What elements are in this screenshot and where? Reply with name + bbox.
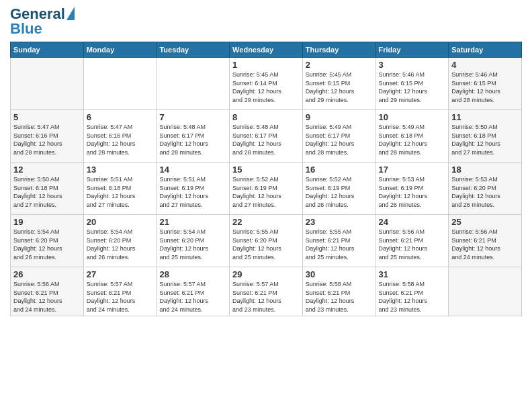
day-info: Sunrise: 5:55 AMSunset: 6:20 PMDaylight:… [232, 228, 300, 261]
calendar-cell: 5Sunrise: 5:47 AMSunset: 6:16 PMDaylight… [11, 110, 84, 163]
calendar-cell: 22Sunrise: 5:55 AMSunset: 6:20 PMDayligh… [230, 215, 303, 267]
day-info: Sunrise: 5:58 AMSunset: 6:21 PMDaylight:… [379, 280, 446, 314]
calendar-cell [157, 58, 230, 110]
day-number: 17 [379, 165, 446, 175]
week-row-4: 26Sunrise: 5:56 AMSunset: 6:21 PMDayligh… [11, 267, 522, 316]
day-info: Sunrise: 5:53 AMSunset: 6:19 PMDaylight:… [379, 175, 446, 209]
header-day-saturday: Saturday [449, 42, 522, 58]
day-info: Sunrise: 5:54 AMSunset: 6:20 PMDaylight:… [87, 228, 154, 261]
calendar-cell: 30Sunrise: 5:58 AMSunset: 6:21 PMDayligh… [302, 267, 375, 316]
header-day-wednesday: Wednesday [230, 42, 303, 58]
header-day-tuesday: Tuesday [157, 42, 230, 58]
day-number: 4 [451, 60, 519, 70]
day-info: Sunrise: 5:47 AMSunset: 6:16 PMDaylight:… [13, 123, 81, 156]
day-info: Sunrise: 5:56 AMSunset: 6:21 PMDaylight:… [13, 280, 81, 314]
day-info: Sunrise: 5:55 AMSunset: 6:21 PMDaylight:… [306, 228, 373, 261]
day-number: 15 [232, 165, 300, 175]
calendar-cell: 13Sunrise: 5:51 AMSunset: 6:18 PMDayligh… [83, 163, 157, 215]
calendar-cell: 17Sunrise: 5:53 AMSunset: 6:19 PMDayligh… [375, 163, 449, 215]
calendar-cell: 18Sunrise: 5:53 AMSunset: 6:20 PMDayligh… [449, 163, 522, 215]
calendar-cell: 25Sunrise: 5:56 AMSunset: 6:21 PMDayligh… [449, 215, 522, 267]
calendar-cell: 16Sunrise: 5:52 AMSunset: 6:19 PMDayligh… [302, 163, 375, 215]
calendar-cell: 12Sunrise: 5:50 AMSunset: 6:18 PMDayligh… [11, 163, 84, 215]
calendar-cell: 10Sunrise: 5:49 AMSunset: 6:18 PMDayligh… [375, 110, 449, 163]
day-info: Sunrise: 5:49 AMSunset: 6:18 PMDaylight:… [379, 123, 446, 156]
calendar-cell: 3Sunrise: 5:46 AMSunset: 6:15 PMDaylight… [375, 58, 449, 110]
calendar-cell [11, 58, 84, 110]
day-number: 16 [306, 165, 373, 175]
day-info: Sunrise: 5:57 AMSunset: 6:21 PMDaylight:… [87, 280, 154, 314]
calendar-cell: 26Sunrise: 5:56 AMSunset: 6:21 PMDayligh… [11, 267, 84, 316]
day-number: 5 [13, 112, 81, 122]
day-info: Sunrise: 5:57 AMSunset: 6:21 PMDaylight:… [159, 280, 226, 314]
day-number: 18 [451, 165, 519, 175]
day-number: 13 [87, 165, 154, 175]
day-number: 12 [13, 165, 81, 175]
day-info: Sunrise: 5:48 AMSunset: 6:17 PMDaylight:… [232, 123, 300, 156]
day-info: Sunrise: 5:47 AMSunset: 6:16 PMDaylight:… [87, 123, 154, 156]
calendar-cell: 24Sunrise: 5:56 AMSunset: 6:21 PMDayligh… [375, 215, 449, 267]
calendar-cell: 4Sunrise: 5:46 AMSunset: 6:15 PMDaylight… [449, 58, 522, 110]
calendar-table: SundayMondayTuesdayWednesdayThursdayFrid… [10, 42, 522, 316]
day-info: Sunrise: 5:50 AMSunset: 6:18 PMDaylight:… [13, 175, 81, 209]
day-info: Sunrise: 5:46 AMSunset: 6:15 PMDaylight:… [451, 71, 519, 104]
day-info: Sunrise: 5:48 AMSunset: 6:17 PMDaylight:… [159, 123, 226, 156]
day-number: 24 [379, 217, 446, 227]
day-info: Sunrise: 5:49 AMSunset: 6:17 PMDaylight:… [306, 123, 373, 156]
day-info: Sunrise: 5:51 AMSunset: 6:19 PMDaylight:… [159, 175, 226, 209]
day-info: Sunrise: 5:57 AMSunset: 6:21 PMDaylight:… [232, 280, 300, 314]
day-info: Sunrise: 5:53 AMSunset: 6:20 PMDaylight:… [451, 175, 519, 209]
day-number: 8 [232, 112, 300, 122]
calendar-cell: 27Sunrise: 5:57 AMSunset: 6:21 PMDayligh… [83, 267, 157, 316]
logo-text-general: General [10, 7, 65, 21]
calendar-cell: 29Sunrise: 5:57 AMSunset: 6:21 PMDayligh… [230, 267, 303, 316]
calendar-cell: 1Sunrise: 5:45 AMSunset: 6:14 PMDaylight… [230, 58, 303, 110]
header-day-monday: Monday [83, 42, 157, 58]
day-number: 19 [13, 217, 81, 227]
day-number: 26 [13, 269, 81, 279]
calendar-cell: 9Sunrise: 5:49 AMSunset: 6:17 PMDaylight… [302, 110, 375, 163]
day-number: 20 [87, 217, 154, 227]
calendar-cell: 7Sunrise: 5:48 AMSunset: 6:17 PMDaylight… [157, 110, 230, 163]
day-number: 9 [306, 112, 373, 122]
day-number: 22 [232, 217, 300, 227]
day-number: 2 [306, 60, 373, 70]
week-row-1: 5Sunrise: 5:47 AMSunset: 6:16 PMDaylight… [11, 110, 522, 163]
day-info: Sunrise: 5:52 AMSunset: 6:19 PMDaylight:… [232, 175, 300, 209]
day-info: Sunrise: 5:51 AMSunset: 6:18 PMDaylight:… [87, 175, 154, 209]
calendar-cell: 31Sunrise: 5:58 AMSunset: 6:21 PMDayligh… [375, 267, 449, 316]
header-row: SundayMondayTuesdayWednesdayThursdayFrid… [11, 42, 522, 58]
week-row-3: 19Sunrise: 5:54 AMSunset: 6:20 PMDayligh… [11, 215, 522, 267]
header-day-friday: Friday [375, 42, 449, 58]
day-number: 25 [451, 217, 519, 227]
day-number: 29 [232, 269, 300, 279]
calendar-cell: 28Sunrise: 5:57 AMSunset: 6:21 PMDayligh… [157, 267, 230, 316]
calendar-cell: 14Sunrise: 5:51 AMSunset: 6:19 PMDayligh… [157, 163, 230, 215]
day-number: 6 [87, 112, 154, 122]
calendar-cell: 21Sunrise: 5:54 AMSunset: 6:20 PMDayligh… [157, 215, 230, 267]
day-number: 3 [379, 60, 446, 70]
day-number: 28 [159, 269, 226, 279]
header-day-thursday: Thursday [302, 42, 375, 58]
day-number: 1 [232, 60, 300, 70]
calendar-cell: 2Sunrise: 5:45 AMSunset: 6:15 PMDaylight… [302, 58, 375, 110]
calendar-cell: 15Sunrise: 5:52 AMSunset: 6:19 PMDayligh… [230, 163, 303, 215]
calendar-cell: 11Sunrise: 5:50 AMSunset: 6:18 PMDayligh… [449, 110, 522, 163]
day-info: Sunrise: 5:45 AMSunset: 6:15 PMDaylight:… [306, 71, 373, 104]
day-number: 10 [379, 112, 446, 122]
calendar-cell [83, 58, 157, 110]
day-number: 31 [379, 269, 446, 279]
page-container: General Blue SundayMondayTuesdayWednesda… [0, 0, 532, 320]
week-row-0: 1Sunrise: 5:45 AMSunset: 6:14 PMDaylight… [11, 58, 522, 110]
day-number: 14 [159, 165, 226, 175]
calendar-cell: 20Sunrise: 5:54 AMSunset: 6:20 PMDayligh… [83, 215, 157, 267]
day-info: Sunrise: 5:58 AMSunset: 6:21 PMDaylight:… [306, 280, 373, 314]
day-number: 23 [306, 217, 373, 227]
day-info: Sunrise: 5:56 AMSunset: 6:21 PMDaylight:… [379, 228, 446, 261]
week-row-2: 12Sunrise: 5:50 AMSunset: 6:18 PMDayligh… [11, 163, 522, 215]
day-info: Sunrise: 5:54 AMSunset: 6:20 PMDaylight:… [159, 228, 226, 261]
day-number: 7 [159, 112, 226, 122]
day-info: Sunrise: 5:45 AMSunset: 6:14 PMDaylight:… [232, 71, 300, 104]
calendar-cell: 8Sunrise: 5:48 AMSunset: 6:17 PMDaylight… [230, 110, 303, 163]
day-number: 11 [451, 112, 519, 122]
